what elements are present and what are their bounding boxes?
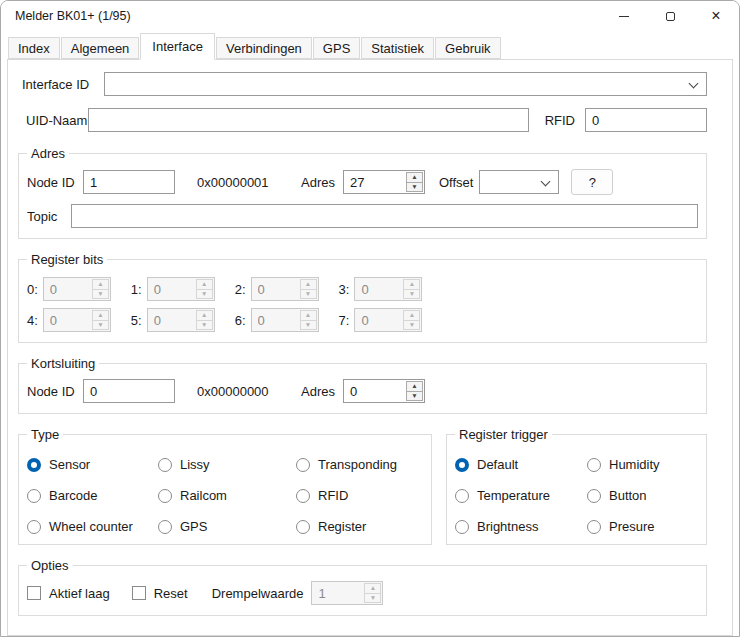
radio-selected-icon — [455, 458, 469, 472]
radio-barcode[interactable]: Barcode — [27, 488, 158, 503]
rfid-input[interactable] — [585, 108, 707, 132]
topic-input[interactable] — [71, 204, 698, 228]
node-id-input[interactable] — [83, 170, 175, 194]
tab-gps[interactable]: GPS — [313, 37, 360, 59]
bit-7-label: 7: — [339, 313, 350, 328]
adres-node-row: Node ID 0x00000001 Adres ▲ ▼ Offset ? — [27, 169, 698, 195]
tab-gebruik[interactable]: Gebruik — [435, 37, 501, 59]
radio-button[interactable]: Button — [587, 488, 698, 503]
radio-label: Presure — [609, 519, 655, 534]
type-trigger-row: Type Sensor Lissy Transponding Barcode R… — [18, 427, 707, 558]
drempelwaarde-spinner-input — [312, 582, 363, 604]
offset-label: Offset — [439, 175, 473, 190]
spin-up-icon: ▲ — [93, 280, 108, 290]
uid-row: UID-Naam RFID — [18, 108, 707, 132]
radio-icon — [296, 520, 310, 534]
spin-down-icon: ▼ — [365, 594, 380, 603]
bit-2-spinner-input — [252, 278, 299, 300]
drempelwaarde-label: Drempelwaarde — [212, 586, 304, 601]
bit-4-spinner-input — [44, 309, 91, 331]
adres-spinner[interactable]: ▲ ▼ — [343, 170, 425, 194]
radio-label: Wheel counter — [49, 519, 133, 534]
spin-up-icon[interactable]: ▲ — [407, 382, 422, 392]
bit-6-label: 6: — [235, 313, 246, 328]
kortsluiting-title: Kortsluiting — [27, 356, 99, 371]
kortsluiting-node-id-input[interactable] — [83, 379, 175, 403]
close-button[interactable]: × — [693, 1, 739, 31]
radio-label: GPS — [180, 519, 207, 534]
node-id-label: Node ID — [27, 175, 83, 190]
radio-icon — [27, 520, 41, 534]
kortsluiting-adres-spinner-input[interactable] — [344, 380, 405, 402]
kortsluiting-hex: 0x00000000 — [197, 384, 289, 399]
bit-2-spinner-buttons: ▲▼ — [300, 279, 317, 299]
radio-temperature[interactable]: Temperature — [455, 488, 587, 503]
radio-icon — [158, 458, 172, 472]
bit-3-spinner-buttons: ▲▼ — [403, 279, 420, 299]
opties-title: Opties — [27, 558, 73, 573]
bit-4-spinner-buttons: ▲▼ — [92, 310, 109, 330]
window-title: Melder BK01+ (1/95) — [15, 9, 131, 23]
adres-spinner-buttons: ▲ ▼ — [406, 172, 423, 192]
radio-label: Barcode — [49, 488, 97, 503]
tab-statistiek[interactable]: Statistiek — [361, 37, 434, 59]
maximize-button[interactable] — [647, 1, 693, 31]
bit-1-spinner-buttons: ▲▼ — [196, 279, 213, 299]
tab-interface[interactable]: Interface — [140, 33, 215, 60]
bit-2-spinner: ▲▼ — [251, 277, 319, 301]
tab-index[interactable]: Index — [8, 37, 60, 59]
spin-down-icon: ▼ — [93, 321, 108, 330]
minimize-button[interactable] — [601, 1, 647, 31]
radio-label: RFID — [318, 488, 348, 503]
spin-up-icon[interactable]: ▲ — [407, 173, 422, 183]
radio-icon — [27, 489, 41, 503]
radio-icon — [587, 489, 601, 503]
bit-4-label: 4: — [27, 313, 38, 328]
radio-wheel-counter[interactable]: Wheel counter — [27, 519, 158, 534]
kortsluiting-group: Kortsluiting Node ID 0x00000000 Adres ▲ … — [18, 356, 707, 414]
offset-combobox[interactable] — [479, 170, 559, 194]
radio-brightness[interactable]: Brightness — [455, 519, 587, 534]
radio-sensor[interactable]: Sensor — [27, 457, 158, 472]
checkbox-icon — [27, 586, 41, 600]
spin-down-icon[interactable]: ▼ — [407, 392, 422, 401]
radio-transponding[interactable]: Transponding — [296, 457, 423, 472]
tab-verbindingen[interactable]: Verbindingen — [216, 37, 312, 59]
bit-0-label: 0: — [27, 282, 38, 297]
radio-presure[interactable]: Presure — [587, 519, 698, 534]
radio-railcom[interactable]: Railcom — [158, 488, 296, 503]
checkbox-aktief-laag[interactable]: Aktief laag — [27, 586, 110, 601]
spin-down-icon[interactable]: ▼ — [407, 183, 422, 192]
type-group-title: Type — [27, 427, 63, 442]
radio-icon — [455, 520, 469, 534]
adres-label: Adres — [301, 175, 335, 190]
radio-lissy[interactable]: Lissy — [158, 457, 296, 472]
radio-label: Humidity — [609, 457, 660, 472]
kortsluiting-adres-spinner[interactable]: ▲ ▼ — [343, 379, 425, 403]
topic-label: Topic — [27, 209, 71, 224]
node-id-hex: 0x00000001 — [197, 175, 289, 190]
bit-7: 7: ▲▼ — [339, 308, 423, 332]
radio-default[interactable]: Default — [455, 457, 587, 472]
drempelwaarde-spinner-buttons: ▲ ▼ — [364, 583, 381, 603]
bit-6-spinner-buttons: ▲▼ — [300, 310, 317, 330]
dialog-window: Melder BK01+ (1/95) × Index Algemeen Int… — [0, 0, 740, 637]
radio-humidity[interactable]: Humidity — [587, 457, 698, 472]
spin-down-icon: ▼ — [197, 321, 212, 330]
radio-register[interactable]: Register — [296, 519, 423, 534]
help-question-button[interactable]: ? — [571, 169, 613, 195]
adres-spinner-input[interactable] — [344, 171, 405, 193]
tab-algemeen[interactable]: Algemeen — [61, 37, 140, 59]
chevron-down-icon — [541, 177, 551, 187]
bit-5: 5: ▲▼ — [131, 308, 215, 332]
kortsluiting-spinner-buttons: ▲ ▼ — [406, 381, 423, 401]
interface-id-combobox[interactable] — [104, 72, 707, 96]
spin-up-icon: ▲ — [404, 311, 419, 321]
checkbox-reset[interactable]: Reset — [132, 586, 188, 601]
uid-naam-input[interactable] — [88, 108, 529, 132]
radio-gps[interactable]: GPS — [158, 519, 296, 534]
uid-naam-label: UID-Naam — [18, 113, 88, 128]
type-group: Type Sensor Lissy Transponding Barcode R… — [18, 427, 432, 545]
radio-rfid[interactable]: RFID — [296, 488, 423, 503]
radio-label: Register — [318, 519, 366, 534]
